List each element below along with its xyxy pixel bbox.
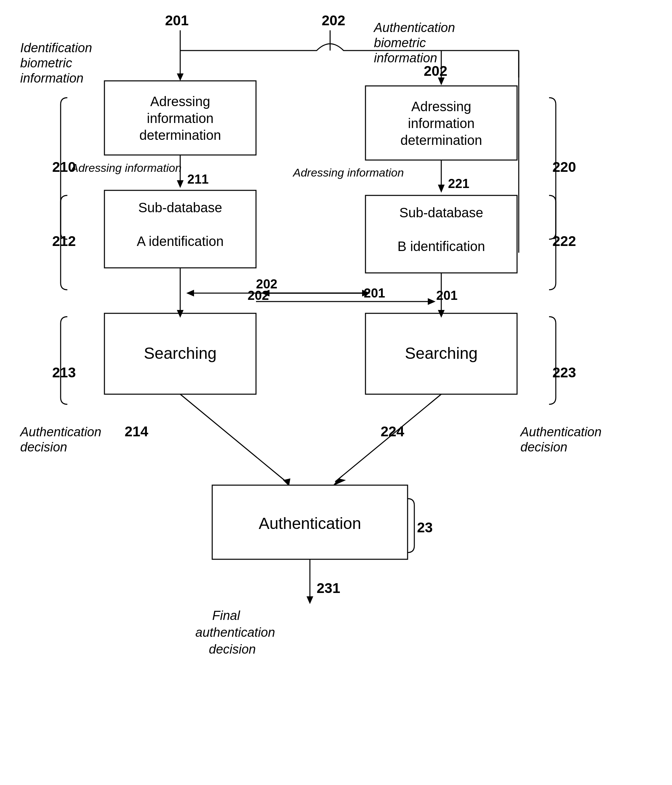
box-subdatabase-a-text1: Sub-database	[138, 200, 222, 215]
right-input-label: Authentication	[373, 20, 455, 35]
box-subdatabase-b-text2: B identification	[397, 239, 485, 254]
svg-marker-22	[186, 290, 194, 297]
final-auth-label1: Final	[212, 608, 241, 622]
auth-decision-214-num: 214	[125, 424, 148, 439]
box-addressing-left-text1: Adressing	[150, 94, 210, 109]
svg-marker-24	[428, 298, 436, 305]
svg-marker-8	[438, 78, 445, 85]
left-input-label: Identification	[20, 41, 92, 55]
svg-line-27	[335, 394, 441, 482]
box-subdatabase-b-text1: Sub-database	[399, 205, 483, 220]
right-input-label-2: biometric	[374, 36, 426, 50]
cross-202-label: 202	[256, 277, 277, 291]
final-auth-label3: decision	[209, 642, 256, 656]
addr-221-num: 221	[448, 177, 469, 191]
svg-line-25	[180, 394, 286, 482]
cross-201-label: 201	[364, 286, 385, 300]
auth-decision-right-label2: decision	[520, 440, 567, 454]
box-addressing-left-text2: information	[147, 111, 214, 126]
bracket-212-label: 212	[52, 233, 76, 249]
left-input-label-3: information	[20, 71, 84, 85]
bracket-23-label: 23	[417, 519, 433, 535]
box-addressing-left-text3: determination	[139, 128, 221, 142]
box-subdatabase-a-text2: A identification	[137, 234, 223, 249]
input-202-right-label: 202	[424, 63, 447, 79]
svg-marker-1	[177, 73, 184, 81]
box-addressing-right-text1: Adressing	[411, 99, 471, 114]
box-authentication-text: Authentication	[259, 514, 361, 532]
diagram-container: Identification biometric information Aut…	[0, 0, 672, 785]
addr-info-left-label: Adressing information	[70, 161, 181, 174]
left-input-label-2: biometric	[20, 56, 72, 70]
svg-marker-30	[306, 596, 313, 604]
box-searching-right-text: Searching	[405, 344, 478, 362]
box-searching-left-text: Searching	[144, 344, 217, 362]
addr-info-right-label: Adressing information	[292, 166, 404, 179]
svg-marker-10	[438, 185, 445, 193]
auth-decision-left-label1: Authentication	[20, 425, 102, 439]
bracket-213-label: 213	[52, 364, 76, 380]
input-202-label: 202	[322, 13, 345, 28]
final-auth-label2: authentication	[195, 625, 275, 640]
box-addressing-right-text3: determination	[400, 133, 482, 148]
box-addressing-right-text2: information	[408, 116, 475, 131]
svg-marker-6	[177, 180, 184, 188]
input-201-label: 201	[165, 13, 189, 28]
auth-decision-left-label2: decision	[20, 440, 67, 454]
cross-arrow-201-label: 201	[436, 288, 458, 303]
auth-decision-right-label1: Authentication	[520, 425, 602, 439]
addr-211-num: 211	[187, 172, 208, 186]
auth-decision-224-num: 224	[381, 424, 405, 439]
arrow-231-label: 231	[317, 580, 340, 596]
